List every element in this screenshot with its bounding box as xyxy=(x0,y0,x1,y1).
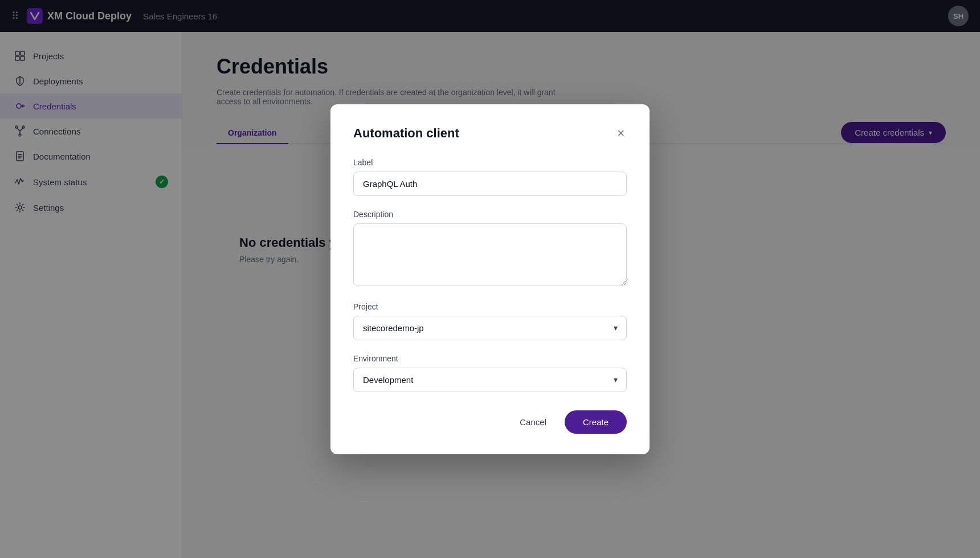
project-select[interactable]: sitecoredemo-jp xyxy=(353,316,627,340)
modal-footer: Cancel Create xyxy=(353,410,627,434)
environment-select[interactable]: Development xyxy=(353,368,627,392)
label-field-label: Label xyxy=(353,158,627,167)
label-form-group: Label xyxy=(353,158,627,196)
label-input[interactable] xyxy=(353,172,627,196)
description-field-label: Description xyxy=(353,210,627,219)
automation-client-modal: Automation client × Label Description Pr… xyxy=(330,104,650,454)
cancel-button[interactable]: Cancel xyxy=(511,412,556,433)
modal-close-button[interactable]: × xyxy=(615,125,627,142)
modal-header: Automation client × xyxy=(353,125,627,142)
environment-field-label: Environment xyxy=(353,354,627,363)
environment-select-wrapper: Development ▾ xyxy=(353,368,627,392)
description-form-group: Description xyxy=(353,210,627,288)
modal-overlay: Automation client × Label Description Pr… xyxy=(0,0,980,558)
create-button[interactable]: Create xyxy=(565,410,627,434)
environment-form-group: Environment Development ▾ xyxy=(353,354,627,392)
description-textarea[interactable] xyxy=(353,223,627,286)
project-form-group: Project sitecoredemo-jp ▾ xyxy=(353,302,627,340)
modal-title: Automation client xyxy=(353,126,459,141)
project-select-wrapper: sitecoredemo-jp ▾ xyxy=(353,316,627,340)
project-field-label: Project xyxy=(353,302,627,311)
